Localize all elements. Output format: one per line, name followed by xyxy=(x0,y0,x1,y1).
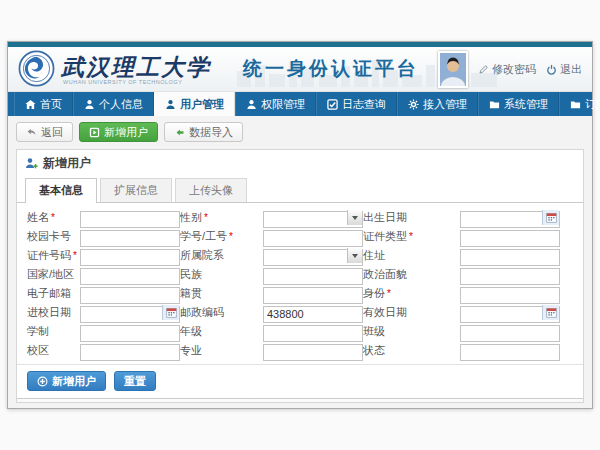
toolbar: 返回 新增用户 数据导入 xyxy=(8,116,592,142)
column-header-5: 操作 xyxy=(549,402,583,403)
postal-code-input[interactable] xyxy=(263,306,363,323)
major-input[interactable] xyxy=(263,344,363,361)
campus-input[interactable] xyxy=(80,344,180,361)
user-icon xyxy=(246,99,257,110)
tab-extended-info[interactable]: 扩展信息 xyxy=(100,178,172,202)
nav-item-label: 系统管理 xyxy=(504,97,548,112)
country-region-field xyxy=(80,266,180,283)
nav-item-user-management[interactable]: 用户管理 xyxy=(154,92,235,116)
university-name-en: WUHAN UNIVERSITY OF TECHNOLOGY xyxy=(63,79,182,85)
change-password-label: 修改密码 xyxy=(492,62,536,77)
identity-field xyxy=(460,285,560,302)
enroll-date-label: 进校日期 xyxy=(27,305,80,320)
required-star: * xyxy=(204,212,208,223)
birth-date-calendar-button[interactable] xyxy=(542,210,559,225)
nav-item-label: 首页 xyxy=(40,97,62,112)
required-star: * xyxy=(409,231,413,242)
name-field xyxy=(80,209,180,226)
nav-item-label: 用户管理 xyxy=(180,97,224,112)
user-avatar xyxy=(438,51,468,88)
class-field xyxy=(460,323,560,340)
email-input[interactable] xyxy=(80,287,180,304)
identity-label: 身份* xyxy=(363,286,460,301)
user-icon xyxy=(84,99,95,110)
tab-strip: 基本信息扩展信息上传头像 xyxy=(17,174,583,203)
birth-date-label: 出生日期 xyxy=(363,210,460,225)
name-input[interactable] xyxy=(80,211,180,228)
calendar-icon xyxy=(546,212,557,223)
nav-item-subscription-management[interactable]: 订阅管理 xyxy=(559,92,600,116)
reset-button[interactable]: 重置 xyxy=(114,371,156,391)
ethnicity-input[interactable] xyxy=(263,268,363,285)
platform-title: 统一身份认证平台 xyxy=(243,56,419,82)
form-actions: 新增用户 重置 xyxy=(17,364,583,397)
new-user-panel: 新增用户 基本信息扩展信息上传头像 姓名*性别*出生日期校园卡号学号/工号*证件… xyxy=(16,149,584,403)
plus-circle-icon xyxy=(37,376,48,387)
gender-dropdown-button[interactable] xyxy=(347,210,362,225)
nav-item-home[interactable]: 首页 xyxy=(14,92,73,116)
back-button[interactable]: 返回 xyxy=(16,122,73,142)
id-type-input[interactable] xyxy=(460,230,560,247)
tab-basic-info[interactable]: 基本信息 xyxy=(25,178,97,203)
nav-item-system-management[interactable]: 系统管理 xyxy=(478,92,559,116)
id-number-label: 证件号码* xyxy=(27,248,80,263)
identity-input[interactable] xyxy=(460,287,560,304)
political-status-input[interactable] xyxy=(460,268,560,285)
native-place-input[interactable] xyxy=(263,287,363,304)
nav-item-label: 个人信息 xyxy=(99,97,143,112)
chevron-down-icon xyxy=(352,216,358,220)
submit-add-user-label: 新增用户 xyxy=(52,374,96,389)
folder-icon xyxy=(570,99,581,110)
user-cluster: 修改密码 退出 xyxy=(438,47,582,91)
id-type-field xyxy=(460,228,560,245)
add-user-icon xyxy=(25,157,38,170)
import-arrow-icon xyxy=(174,127,185,138)
status-field xyxy=(460,342,560,359)
chevron-down-icon xyxy=(352,254,358,258)
major-field xyxy=(263,342,363,359)
address-field xyxy=(460,247,560,264)
data-import-button[interactable]: 数据导入 xyxy=(164,122,243,142)
nav-item-profile[interactable]: 个人信息 xyxy=(73,92,154,116)
status-label: 状态 xyxy=(363,343,460,358)
change-password-link[interactable]: 修改密码 xyxy=(478,62,536,77)
nav-item-permission-management[interactable]: 权限管理 xyxy=(235,92,316,116)
add-user-toolbar-button[interactable]: 新增用户 xyxy=(79,122,158,142)
nav-item-access-management[interactable]: 接入管理 xyxy=(397,92,478,116)
logout-label: 退出 xyxy=(560,62,582,77)
campus-card-no-input[interactable] xyxy=(80,230,180,247)
department-dropdown-button[interactable] xyxy=(347,248,362,263)
department-field xyxy=(263,247,363,264)
address-input[interactable] xyxy=(460,249,560,266)
schooling-length-input[interactable] xyxy=(80,325,180,342)
main-nav: 首页个人信息用户管理权限管理日志查询接入管理系统管理订阅管理 xyxy=(8,92,592,116)
class-input[interactable] xyxy=(460,325,560,342)
valid-date-calendar-button[interactable] xyxy=(542,305,559,320)
folder-icon xyxy=(489,99,500,110)
column-header-2: 性别 xyxy=(181,402,275,403)
back-arrow-icon xyxy=(26,127,37,138)
gender-field xyxy=(263,209,363,226)
home-icon xyxy=(25,99,36,110)
department-label: 所属院系 xyxy=(180,248,263,263)
enroll-date-calendar-button[interactable] xyxy=(162,305,179,320)
ethnicity-field xyxy=(263,266,363,283)
grade-input[interactable] xyxy=(263,325,363,342)
submit-add-user-button[interactable]: 新增用户 xyxy=(27,371,106,391)
student-no-input[interactable] xyxy=(263,230,363,247)
email-label: 电子邮箱 xyxy=(27,286,80,301)
power-icon xyxy=(546,64,557,75)
section-title-text: 新增用户 xyxy=(43,155,91,172)
status-input[interactable] xyxy=(460,344,560,361)
country-region-input[interactable] xyxy=(80,268,180,285)
id-number-input[interactable] xyxy=(80,249,180,266)
add-user-toolbar-label: 新增用户 xyxy=(104,125,148,140)
nav-item-log-query[interactable]: 日志查询 xyxy=(316,92,397,116)
political-status-field xyxy=(460,266,560,283)
logout-link[interactable]: 退出 xyxy=(546,62,582,77)
valid-date-label: 有效日期 xyxy=(363,305,460,320)
tab-upload-avatar[interactable]: 上传头像 xyxy=(175,178,247,202)
nav-item-label: 权限管理 xyxy=(261,97,305,112)
campus-card-no-label: 校园卡号 xyxy=(27,229,80,244)
country-region-label: 国家/地区 xyxy=(27,267,80,282)
